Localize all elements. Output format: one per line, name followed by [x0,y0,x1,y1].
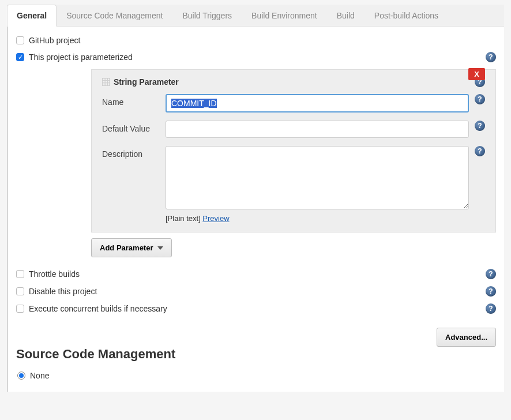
tab-source-code-management[interactable]: Source Code Management [57,5,172,26]
default-value-input[interactable] [166,121,469,138]
help-icon[interactable]: ? [486,52,496,62]
name-field-row: Name ? [102,94,485,112]
description-format-hint: [Plain text] Preview [166,214,485,223]
scm-none-radio[interactable] [17,372,25,380]
add-parameter-button[interactable]: Add Parameter [91,238,172,257]
scm-none-row: None [16,371,496,380]
concurrent-builds-row: Execute concurrent builds if necessary ? [16,300,496,317]
default-value-row: Default Value ? [102,121,485,138]
scm-heading: Source Code Management [16,347,496,362]
description-label: Description [102,146,166,159]
tab-build[interactable]: Build [327,5,365,26]
add-parameter-label: Add Parameter [100,243,153,252]
help-icon[interactable]: ? [475,94,485,104]
name-input[interactable] [166,94,469,112]
disable-project-row: Disable this project ? [16,283,496,300]
description-textarea[interactable] [166,146,469,209]
throttle-row: Throttle builds ? [16,265,496,283]
parameterized-checkbox[interactable] [16,53,24,61]
description-row: Description ? [102,146,485,209]
help-icon[interactable]: ? [486,303,496,314]
concurrent-builds-checkbox[interactable] [16,305,24,313]
config-tabs: General Source Code Management Build Tri… [7,5,504,27]
parameterized-label: This project is parameterized [29,52,133,62]
github-project-row: GitHub project [16,32,496,48]
scm-none-label: None [30,371,49,380]
github-project-label: GitHub project [29,36,80,45]
parameter-container: X String Parameter ? Name ? Default Valu… [91,69,496,257]
disable-project-checkbox[interactable] [16,287,24,295]
help-icon[interactable]: ? [475,146,485,156]
name-label: Name [102,94,166,107]
delete-parameter-button[interactable]: X [468,68,485,80]
throttle-checkbox[interactable] [16,270,24,278]
tab-post-build-actions[interactable]: Post-build Actions [365,5,448,26]
general-section: GitHub project This project is parameter… [7,27,504,392]
drag-handle-icon[interactable] [102,78,110,86]
help-icon[interactable]: ? [486,286,496,297]
advanced-button[interactable]: Advanced... [437,328,496,347]
disable-project-label: Disable this project [29,287,97,296]
tab-general[interactable]: General [7,5,57,27]
tab-build-triggers[interactable]: Build Triggers [172,5,242,26]
github-project-checkbox[interactable] [16,36,24,44]
plain-text-label: [Plain text] [166,214,201,223]
concurrent-builds-label: Execute concurrent builds if necessary [29,304,167,313]
preview-link[interactable]: Preview [202,214,229,223]
chevron-down-icon [157,246,163,250]
throttle-label: Throttle builds [29,269,80,279]
parameter-header: String Parameter ? [102,77,485,87]
parameter-type-title: String Parameter [114,77,179,87]
help-icon[interactable]: ? [486,269,496,279]
tab-build-environment[interactable]: Build Environment [242,5,327,26]
default-value-label: Default Value [102,121,166,133]
parameterized-row: This project is parameterized ? [16,48,496,66]
string-parameter-box: X String Parameter ? Name ? Default Valu… [91,69,496,232]
help-icon[interactable]: ? [475,121,485,131]
